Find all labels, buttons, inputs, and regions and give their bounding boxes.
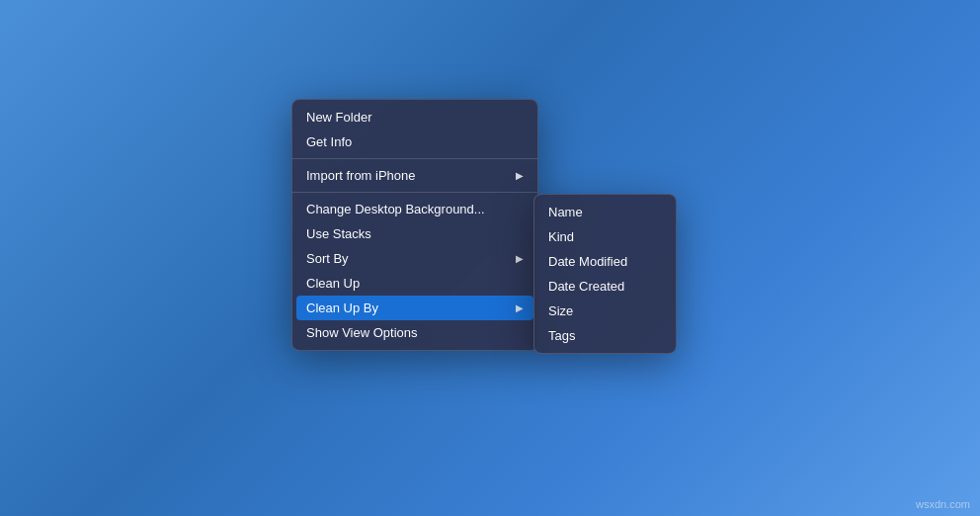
watermark: wsxdn.com xyxy=(916,498,970,510)
menu-item-use-stacks[interactable]: Use Stacks xyxy=(292,221,537,246)
menu-item-label: Get Info xyxy=(306,134,352,149)
menu-item-sort-by[interactable]: Sort By ▶ xyxy=(292,246,537,271)
submenu-arrow-icon: ▶ xyxy=(516,253,524,264)
submenu-item-date-created[interactable]: Date Created xyxy=(534,274,676,299)
menu-item-label: Sort By xyxy=(306,251,349,266)
menu-item-label: Use Stacks xyxy=(306,226,371,241)
submenu-item-label: Date Modified xyxy=(548,254,627,269)
menu-item-label: Change Desktop Background... xyxy=(306,202,485,216)
menu-item-clean-up[interactable]: Clean Up xyxy=(292,271,537,296)
menu-item-get-info[interactable]: Get Info xyxy=(292,129,537,154)
submenu-item-label: Name xyxy=(548,205,583,219)
menu-item-label: Clean Up xyxy=(306,276,360,291)
menu-item-change-desktop-background[interactable]: Change Desktop Background... xyxy=(292,197,537,221)
menu-item-label: Show View Options xyxy=(306,325,418,340)
menu-item-show-view-options[interactable]: Show View Options xyxy=(292,320,537,345)
submenu-item-tags[interactable]: Tags xyxy=(534,323,676,348)
menu-divider-2 xyxy=(292,192,537,193)
context-menu: New Folder Get Info Import from iPhone ▶… xyxy=(291,99,538,351)
submenu-item-label: Date Created xyxy=(548,279,624,294)
menu-item-label: Clean Up By xyxy=(306,301,378,315)
submenu-arrow-icon: ▶ xyxy=(516,170,524,181)
menu-item-import-from-iphone[interactable]: Import from iPhone ▶ xyxy=(292,163,537,188)
submenu-item-label: Tags xyxy=(548,328,575,343)
submenu-item-kind[interactable]: Kind xyxy=(534,224,676,249)
submenu-item-label: Kind xyxy=(548,229,574,244)
submenu-item-name[interactable]: Name xyxy=(534,200,676,224)
menu-item-label: New Folder xyxy=(306,110,371,125)
submenu-item-size[interactable]: Size xyxy=(534,299,676,323)
submenu-item-date-modified[interactable]: Date Modified xyxy=(534,249,676,274)
clean-up-by-submenu: Name Kind Date Modified Date Created Siz… xyxy=(533,194,677,354)
menu-item-clean-up-by[interactable]: Clean Up By ▶ xyxy=(296,296,533,320)
menu-item-label: Import from iPhone xyxy=(306,168,416,183)
submenu-item-label: Size xyxy=(548,303,573,318)
menu-divider-1 xyxy=(292,158,537,159)
submenu-arrow-icon: ▶ xyxy=(516,302,524,313)
menu-item-new-folder[interactable]: New Folder xyxy=(292,105,537,129)
